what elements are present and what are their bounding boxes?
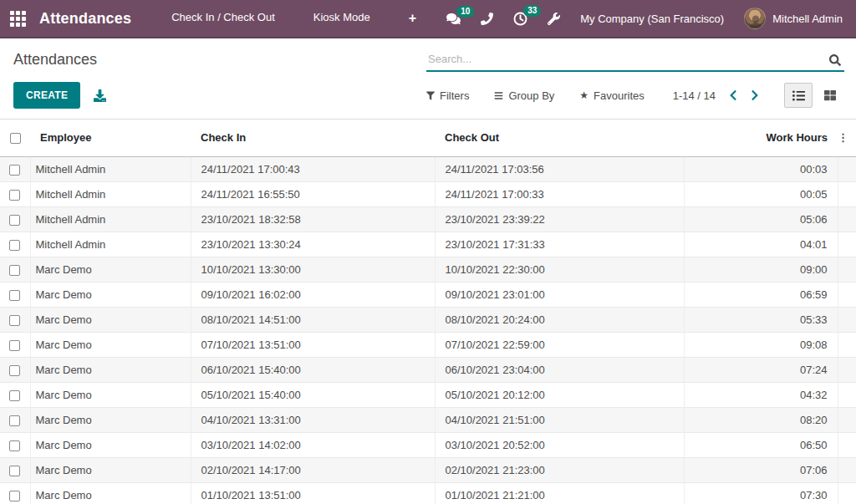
row-checkbox[interactable] bbox=[9, 440, 20, 451]
row-checkbox[interactable] bbox=[9, 390, 20, 401]
cell-work-hours[interactable]: 04:32 bbox=[684, 382, 838, 407]
cell-check-out[interactable]: 06/10/2021 23:04:00 bbox=[435, 357, 684, 382]
cell-employee[interactable]: Marc Demo bbox=[30, 482, 191, 504]
tools-wrench-icon[interactable] bbox=[548, 13, 560, 25]
optional-columns-toggle-icon[interactable]: ⋮ bbox=[838, 120, 856, 156]
table-row[interactable]: Marc Demo03/10/2021 14:02:0003/10/2021 2… bbox=[0, 432, 856, 457]
row-checkbox[interactable] bbox=[9, 165, 20, 176]
pager-previous-icon[interactable] bbox=[729, 89, 737, 101]
cell-work-hours[interactable]: 05:33 bbox=[684, 307, 838, 332]
table-row[interactable]: Marc Demo07/10/2021 13:51:0007/10/2021 2… bbox=[0, 332, 856, 357]
table-row[interactable]: Marc Demo09/10/2021 16:02:0009/10/2021 2… bbox=[0, 282, 856, 307]
cell-check-out[interactable]: 05/10/2021 20:12:00 bbox=[435, 382, 684, 407]
cell-check-out[interactable]: 24/11/2021 17:03:56 bbox=[435, 156, 684, 181]
cell-employee[interactable]: Mitchell Admin bbox=[30, 232, 191, 257]
cell-work-hours[interactable]: 07:30 bbox=[684, 482, 838, 504]
cell-work-hours[interactable]: 06:50 bbox=[684, 432, 838, 457]
row-checkbox[interactable] bbox=[9, 240, 20, 251]
table-row[interactable]: Marc Demo04/10/2021 13:31:0004/10/2021 2… bbox=[0, 407, 856, 432]
cell-check-in[interactable]: 24/11/2021 16:55:50 bbox=[191, 181, 435, 206]
export-download-icon[interactable] bbox=[94, 89, 106, 102]
row-checkbox[interactable] bbox=[9, 466, 20, 476]
kanban-view-button[interactable] bbox=[816, 83, 844, 108]
cell-check-out[interactable]: 03/10/2021 20:52:00 bbox=[435, 432, 684, 457]
row-checkbox[interactable] bbox=[9, 190, 20, 201]
phone-icon[interactable] bbox=[481, 13, 493, 25]
header-check-out[interactable]: Check Out bbox=[435, 120, 684, 156]
cell-check-out[interactable]: 04/10/2021 21:51:00 bbox=[435, 407, 684, 432]
row-checkbox[interactable] bbox=[9, 491, 20, 501]
cell-work-hours[interactable]: 06:59 bbox=[684, 282, 838, 307]
cell-check-in[interactable]: 06/10/2021 15:40:00 bbox=[191, 357, 435, 382]
cell-check-out[interactable]: 09/10/2021 23:01:00 bbox=[435, 282, 684, 307]
header-check-in[interactable]: Check In bbox=[191, 120, 435, 156]
cell-check-out[interactable]: 07/10/2021 22:59:00 bbox=[435, 332, 684, 357]
cell-check-out[interactable]: 23/10/2021 17:31:33 bbox=[435, 232, 684, 257]
apps-menu-icon[interactable] bbox=[10, 11, 26, 27]
row-checkbox[interactable] bbox=[9, 215, 20, 226]
cell-work-hours[interactable]: 07:24 bbox=[684, 357, 838, 382]
cell-check-out[interactable]: 24/11/2021 17:00:33 bbox=[435, 181, 684, 206]
cell-employee[interactable]: Marc Demo bbox=[30, 382, 191, 407]
table-row[interactable]: Marc Demo02/10/2021 14:17:0002/10/2021 2… bbox=[0, 457, 856, 482]
table-row[interactable]: Marc Demo08/10/2021 14:51:0008/10/2021 2… bbox=[0, 307, 856, 332]
favourites-button[interactable]: ★ Favourites bbox=[579, 89, 644, 102]
cell-check-in[interactable]: 04/10/2021 13:31:00 bbox=[191, 407, 435, 432]
header-work-hours[interactable]: Work Hours bbox=[684, 120, 838, 156]
cell-check-in[interactable]: 08/10/2021 14:51:00 bbox=[191, 307, 435, 332]
cell-check-in[interactable]: 05/10/2021 15:40:00 bbox=[191, 382, 435, 407]
cell-employee[interactable]: Mitchell Admin bbox=[30, 156, 191, 181]
pager-next-icon[interactable] bbox=[751, 89, 759, 101]
list-view-button[interactable] bbox=[784, 83, 813, 108]
cell-employee[interactable]: Marc Demo bbox=[30, 457, 191, 482]
row-checkbox[interactable] bbox=[9, 290, 20, 301]
select-all-checkbox[interactable] bbox=[10, 133, 21, 144]
messages-icon[interactable]: 10 bbox=[446, 13, 461, 25]
cell-employee[interactable]: Marc Demo bbox=[30, 307, 191, 332]
table-row[interactable]: Mitchell Admin23/10/2021 18:32:5823/10/2… bbox=[0, 206, 856, 232]
cell-work-hours[interactable]: 04:01 bbox=[684, 232, 838, 257]
cell-employee[interactable]: Mitchell Admin bbox=[30, 181, 191, 206]
cell-employee[interactable]: Marc Demo bbox=[30, 332, 191, 357]
group-by-button[interactable]: Group By bbox=[494, 89, 554, 102]
cell-check-out[interactable]: 01/10/2021 21:21:00 bbox=[435, 482, 684, 504]
cell-work-hours[interactable]: 09:08 bbox=[684, 332, 838, 357]
cell-employee[interactable]: Marc Demo bbox=[30, 432, 191, 457]
user-menu[interactable]: Mitchell Admin bbox=[744, 8, 843, 29]
cell-check-in[interactable]: 02/10/2021 14:17:00 bbox=[191, 457, 435, 482]
table-row[interactable]: Mitchell Admin23/10/2021 13:30:2423/10/2… bbox=[0, 232, 856, 257]
cell-employee[interactable]: Marc Demo bbox=[30, 257, 191, 282]
search-input[interactable] bbox=[426, 49, 844, 70]
table-row[interactable]: Marc Demo06/10/2021 15:40:0006/10/2021 2… bbox=[0, 357, 856, 382]
company-switcher[interactable]: My Company (San Francisco) bbox=[580, 13, 724, 25]
table-row[interactable]: Marc Demo10/10/2021 13:30:0010/10/2021 2… bbox=[0, 257, 856, 282]
row-checkbox[interactable] bbox=[9, 340, 20, 351]
cell-employee[interactable]: Mitchell Admin bbox=[30, 206, 191, 232]
menu-check-in-check-out[interactable]: Check In / Check Out bbox=[171, 11, 275, 26]
cell-employee[interactable]: Marc Demo bbox=[30, 407, 191, 432]
cell-check-in[interactable]: 03/10/2021 14:02:00 bbox=[191, 432, 435, 457]
cell-work-hours[interactable]: 07:06 bbox=[684, 457, 838, 482]
app-title[interactable]: Attendances bbox=[39, 10, 131, 28]
table-row[interactable]: Mitchell Admin24/11/2021 17:00:4324/11/2… bbox=[0, 156, 856, 181]
cell-work-hours[interactable]: 00:05 bbox=[684, 181, 838, 206]
cell-check-in[interactable]: 23/10/2021 13:30:24 bbox=[191, 232, 435, 257]
cell-work-hours[interactable]: 08:20 bbox=[684, 407, 838, 432]
cell-check-in[interactable]: 09/10/2021 16:02:00 bbox=[191, 282, 435, 307]
table-row[interactable]: Mitchell Admin24/11/2021 16:55:5024/11/2… bbox=[0, 181, 856, 206]
search-icon[interactable] bbox=[829, 54, 841, 69]
row-checkbox[interactable] bbox=[9, 315, 20, 326]
cell-work-hours[interactable]: 05:06 bbox=[684, 206, 838, 232]
cell-check-in[interactable]: 10/10/2021 13:30:00 bbox=[191, 257, 435, 282]
cell-check-out[interactable]: 10/10/2021 22:30:00 bbox=[435, 257, 684, 282]
row-checkbox[interactable] bbox=[9, 265, 20, 276]
menu-kiosk-mode[interactable]: Kiosk Mode bbox=[313, 11, 370, 26]
cell-employee[interactable]: Marc Demo bbox=[30, 282, 191, 307]
create-button[interactable]: CREATE bbox=[13, 82, 80, 109]
menu-plus[interactable]: + bbox=[409, 11, 416, 26]
cell-check-in[interactable]: 23/10/2021 18:32:58 bbox=[191, 206, 435, 232]
cell-employee[interactable]: Marc Demo bbox=[30, 357, 191, 382]
table-row[interactable]: Marc Demo01/10/2021 13:51:0001/10/2021 2… bbox=[0, 482, 856, 504]
cell-check-in[interactable]: 24/11/2021 17:00:43 bbox=[191, 156, 435, 181]
header-employee[interactable]: Employee bbox=[30, 120, 191, 156]
